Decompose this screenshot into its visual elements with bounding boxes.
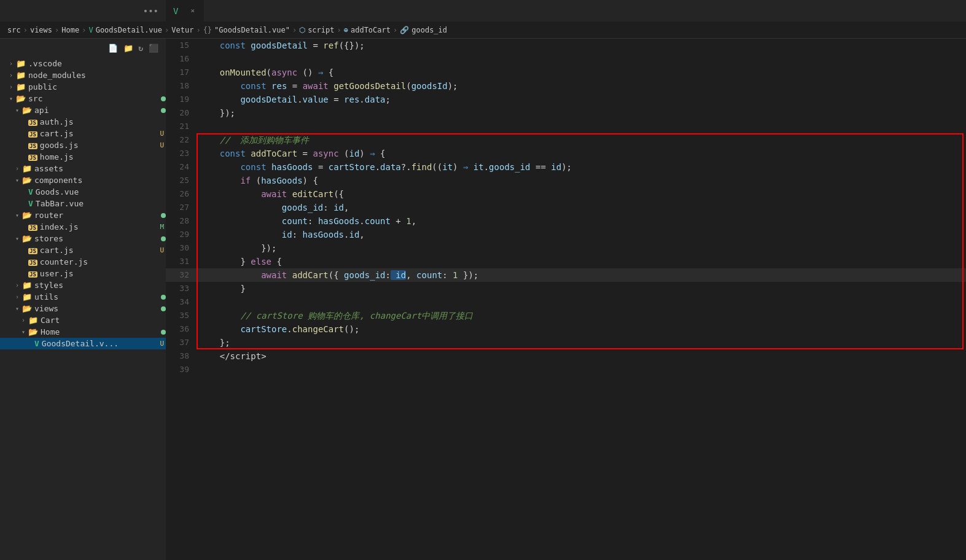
badge-u: U bbox=[158, 141, 166, 149]
line-number: 26 bbox=[166, 187, 197, 201]
sidebar-item-utils[interactable]: › 📁 utils bbox=[0, 291, 166, 303]
code-line-36: 36 cartStore.changeCart(); bbox=[166, 322, 966, 336]
bc-goods-id[interactable]: goods_id bbox=[411, 26, 447, 34]
sidebar-item-assets[interactable]: › 📁 assets bbox=[0, 163, 166, 174]
code-line-27: 27 goods_id: id, bbox=[166, 201, 966, 214]
bc-vetur[interactable]: Vetur bbox=[171, 26, 193, 34]
tree-label: user.js bbox=[40, 269, 166, 278]
tree-arrow: ▾ bbox=[12, 305, 22, 312]
folder-icon: 📂 bbox=[22, 234, 32, 243]
tree-label: styles bbox=[34, 281, 166, 290]
sidebar-item-cart.js[interactable]: JS cart.js U bbox=[0, 128, 166, 139]
sidebar-item-index.js[interactable]: JS index.js M bbox=[0, 221, 166, 233]
collapse-icon[interactable]: ⬛ bbox=[149, 44, 159, 53]
badge-u: U bbox=[158, 130, 166, 138]
bc-views[interactable]: views bbox=[30, 26, 52, 34]
badge-dot bbox=[161, 96, 166, 101]
tree-label: components bbox=[34, 176, 166, 185]
line-content: // cartStore 购物车的仓库, changeCart中调用了接口 bbox=[197, 309, 966, 322]
tree-label: index.js bbox=[40, 222, 156, 231]
refresh-icon[interactable]: ↻ bbox=[138, 44, 143, 53]
tree-arrow: ▾ bbox=[12, 235, 22, 242]
folder-icon: 📁 bbox=[16, 82, 26, 91]
sidebar-item-TabBar.vue[interactable]: V TabBar.vue bbox=[0, 198, 166, 209]
line-content: goods_id: id, bbox=[197, 201, 966, 214]
code-line-29: 29 id: hasGoods.id, bbox=[166, 228, 966, 241]
sidebar-item-styles[interactable]: › 📁 styles bbox=[0, 279, 166, 291]
line-content: }); bbox=[197, 241, 966, 255]
sidebar-item-public[interactable]: › 📁 public bbox=[0, 81, 166, 93]
folder-icon: 📁 bbox=[22, 292, 32, 301]
tree-label: api bbox=[34, 106, 158, 115]
line-number: 28 bbox=[166, 214, 197, 228]
bc-home[interactable]: Home bbox=[61, 26, 79, 34]
vue-icon: V bbox=[28, 199, 33, 208]
sidebar-item-auth.js[interactable]: JS auth.js bbox=[0, 116, 166, 128]
badge-dot bbox=[161, 236, 166, 241]
bc-obj-icon: {} bbox=[203, 26, 212, 34]
line-content: }; bbox=[197, 336, 966, 349]
bc-src[interactable]: src bbox=[7, 26, 21, 34]
line-number: 22 bbox=[166, 133, 197, 147]
sidebar-item-stores[interactable]: ▾ 📂 stores bbox=[0, 233, 166, 244]
line-content: cartStore.changeCart(); bbox=[197, 322, 966, 336]
sidebar-item-cart.js2[interactable]: JS cart.js U bbox=[0, 244, 166, 256]
sidebar-item-router[interactable]: ▾ 📂 router bbox=[0, 209, 166, 221]
sidebar-item-goods.js[interactable]: JS goods.js U bbox=[0, 139, 166, 151]
more-icon[interactable]: ••• bbox=[143, 6, 158, 16]
code-line-32: 32 await addCart({ goods_id: id, count: … bbox=[166, 268, 966, 282]
tree-label: cart.js bbox=[40, 246, 156, 255]
code-area[interactable]: 15 const goodsDetail = ref({});1617 onMo… bbox=[166, 39, 966, 560]
tree-label: utils bbox=[34, 292, 158, 301]
line-number: 38 bbox=[166, 349, 197, 363]
tab-close-icon[interactable]: × bbox=[189, 6, 196, 16]
tree-arrow: ▾ bbox=[6, 95, 16, 102]
folder-icon: 📂 bbox=[22, 176, 32, 185]
sidebar-item-Goods.vue[interactable]: V Goods.vue bbox=[0, 186, 166, 198]
sidebar-item-api[interactable]: ▾ 📂 api bbox=[0, 104, 166, 116]
sidebar-item-node_modules[interactable]: › 📁 node_modules bbox=[0, 69, 166, 81]
tree-arrow: › bbox=[6, 84, 16, 90]
sidebar-item-user.js[interactable]: JS user.js bbox=[0, 268, 166, 279]
badge-dot bbox=[161, 108, 166, 113]
vue-icon: V bbox=[173, 6, 178, 16]
sidebar-item-Cart[interactable]: › 📁 Cart bbox=[0, 314, 166, 326]
sidebar-item-vscode[interactable]: › 📁 .vscode bbox=[0, 58, 166, 69]
vue-icon: V bbox=[34, 339, 39, 348]
sidebar-item-src[interactable]: ▾ 📂 src bbox=[0, 93, 166, 104]
tree-label: TabBar.vue bbox=[36, 199, 166, 208]
folder-icon: 📂 bbox=[22, 304, 32, 313]
sidebar-item-home.js[interactable]: JS home.js bbox=[0, 151, 166, 163]
code-line-22: 22 // 添加到购物车事件 bbox=[166, 133, 966, 147]
line-content: if (hasGoods) { bbox=[197, 174, 966, 187]
tab-goodsdetail[interactable]: V × bbox=[166, 0, 204, 21]
bc-script[interactable]: script bbox=[308, 26, 334, 34]
code-line-20: 20 }); bbox=[166, 106, 966, 120]
sidebar-item-views[interactable]: ▾ 📂 views bbox=[0, 303, 166, 314]
line-content: await editCart({ bbox=[197, 187, 966, 201]
bc-file[interactable]: GoodsDetail.vue bbox=[96, 26, 162, 34]
folder-icon: 📂 bbox=[16, 94, 26, 103]
code-line-31: 31 } else { bbox=[166, 255, 966, 268]
folder-icon: 📂 bbox=[22, 211, 32, 220]
sidebar-item-GoodsDetail.vue[interactable]: V GoodsDetail.v... U bbox=[0, 338, 166, 349]
new-file-icon[interactable]: 📄 bbox=[108, 44, 119, 53]
line-content: count: hasGoods.count + 1, bbox=[197, 214, 966, 228]
bc-addtocart[interactable]: addToCart bbox=[351, 26, 391, 34]
badge-u: U bbox=[158, 246, 166, 254]
sidebar-item-components[interactable]: ▾ 📂 components bbox=[0, 174, 166, 186]
line-number: 20 bbox=[166, 106, 197, 120]
bc-component[interactable]: "GoodsDetail.vue" bbox=[214, 26, 290, 34]
tree-label: src bbox=[28, 94, 158, 103]
code-line-18: 18 const res = await getGoodsDetail(good… bbox=[166, 79, 966, 93]
new-folder-icon[interactable]: 📁 bbox=[123, 44, 134, 53]
sidebar-item-Home[interactable]: ▾ 📂 Home bbox=[0, 326, 166, 338]
code-line-30: 30 }); bbox=[166, 241, 966, 255]
tree-arrow: › bbox=[12, 282, 22, 289]
line-number: 39 bbox=[166, 363, 197, 376]
sidebar-item-counter.js[interactable]: JS counter.js bbox=[0, 256, 166, 268]
tree-label: goods.js bbox=[40, 141, 156, 150]
line-content: id: hasGoods.id, bbox=[197, 228, 966, 241]
folder-icon: 📁 bbox=[22, 164, 32, 173]
main-area: 📄 📁 ↻ ⬛ › 📁 .vscode › 📁 node_modules › 📁… bbox=[0, 39, 966, 560]
